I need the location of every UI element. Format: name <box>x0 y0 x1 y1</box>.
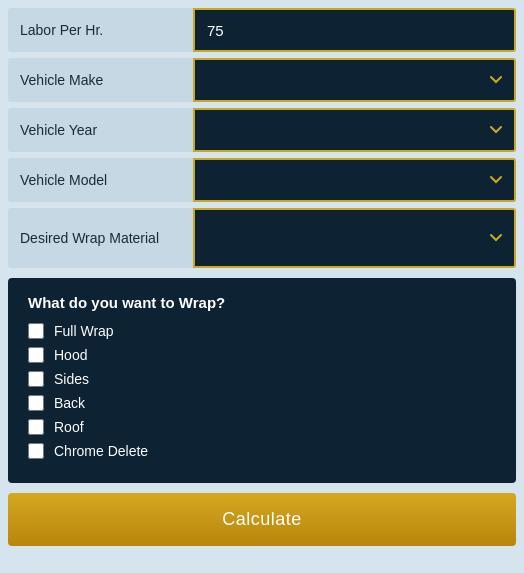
calculate-button[interactable]: Calculate <box>8 493 516 546</box>
vehicle-make-input-wrapper <box>193 58 516 102</box>
fullwrap-checkbox[interactable] <box>28 323 44 339</box>
back-label: Back <box>54 395 85 411</box>
fullwrap-label: Full Wrap <box>54 323 114 339</box>
vehicle-make-select[interactable] <box>193 58 516 102</box>
vehicle-year-input-wrapper <box>193 108 516 152</box>
sides-item[interactable]: Sides <box>28 371 496 387</box>
back-item[interactable]: Back <box>28 395 496 411</box>
vehicle-year-row: Vehicle Year <box>8 108 516 152</box>
wrap-material-row: Desired Wrap Material <box>8 208 516 268</box>
vehicle-model-select[interactable] <box>193 158 516 202</box>
wrap-material-input-wrapper <box>193 208 516 268</box>
vehicle-year-label: Vehicle Year <box>8 108 193 152</box>
roof-checkbox[interactable] <box>28 419 44 435</box>
hood-item[interactable]: Hood <box>28 347 496 363</box>
vehicle-make-label: Vehicle Make <box>8 58 193 102</box>
hood-checkbox[interactable] <box>28 347 44 363</box>
main-container: Labor Per Hr. Vehicle Make Vehicle Year … <box>0 0 524 554</box>
labor-row: Labor Per Hr. <box>8 8 516 52</box>
sides-checkbox[interactable] <box>28 371 44 387</box>
vehicle-model-row: Vehicle Model <box>8 158 516 202</box>
checkbox-panel-title: What do you want to Wrap? <box>28 294 496 311</box>
wrap-material-label: Desired Wrap Material <box>8 208 193 268</box>
sides-label: Sides <box>54 371 89 387</box>
roof-label: Roof <box>54 419 84 435</box>
chromedelete-checkbox[interactable] <box>28 443 44 459</box>
roof-item[interactable]: Roof <box>28 419 496 435</box>
vehicle-model-label: Vehicle Model <box>8 158 193 202</box>
chromedelete-label: Chrome Delete <box>54 443 148 459</box>
vehicle-model-input-wrapper <box>193 158 516 202</box>
hood-label: Hood <box>54 347 87 363</box>
back-checkbox[interactable] <box>28 395 44 411</box>
vehicle-year-select[interactable] <box>193 108 516 152</box>
wrap-material-select[interactable] <box>193 208 516 268</box>
chromedelete-item[interactable]: Chrome Delete <box>28 443 496 459</box>
labor-input-wrapper <box>193 8 516 52</box>
labor-input[interactable] <box>193 8 516 52</box>
vehicle-make-row: Vehicle Make <box>8 58 516 102</box>
fullwrap-item[interactable]: Full Wrap <box>28 323 496 339</box>
checkbox-panel: What do you want to Wrap? Full Wrap Hood… <box>8 278 516 483</box>
labor-label: Labor Per Hr. <box>8 8 193 52</box>
